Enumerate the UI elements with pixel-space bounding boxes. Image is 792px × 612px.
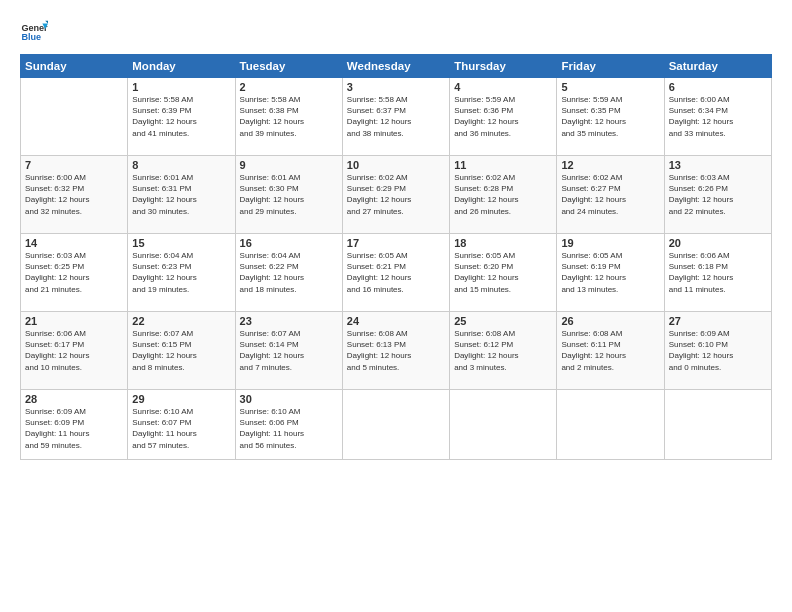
calendar-cell [21,78,128,156]
calendar-cell: 3Sunrise: 5:58 AM Sunset: 6:37 PM Daylig… [342,78,449,156]
calendar-cell [342,390,449,460]
calendar-cell: 25Sunrise: 6:08 AM Sunset: 6:12 PM Dayli… [450,312,557,390]
day-info: Sunrise: 5:58 AM Sunset: 6:38 PM Dayligh… [240,94,338,139]
svg-text:Blue: Blue [21,32,41,42]
day-number: 3 [347,81,445,93]
day-info: Sunrise: 5:59 AM Sunset: 6:36 PM Dayligh… [454,94,552,139]
day-info: Sunrise: 6:08 AM Sunset: 6:11 PM Dayligh… [561,328,659,373]
day-info: Sunrise: 6:10 AM Sunset: 6:07 PM Dayligh… [132,406,230,451]
calendar-cell: 15Sunrise: 6:04 AM Sunset: 6:23 PM Dayli… [128,234,235,312]
day-info: Sunrise: 6:05 AM Sunset: 6:21 PM Dayligh… [347,250,445,295]
calendar-cell [664,390,771,460]
calendar-cell: 16Sunrise: 6:04 AM Sunset: 6:22 PM Dayli… [235,234,342,312]
day-info: Sunrise: 6:03 AM Sunset: 6:25 PM Dayligh… [25,250,123,295]
col-header-monday: Monday [128,55,235,78]
calendar-cell: 5Sunrise: 5:59 AM Sunset: 6:35 PM Daylig… [557,78,664,156]
day-info: Sunrise: 6:01 AM Sunset: 6:30 PM Dayligh… [240,172,338,217]
day-number: 23 [240,315,338,327]
calendar-cell: 26Sunrise: 6:08 AM Sunset: 6:11 PM Dayli… [557,312,664,390]
calendar-cell: 19Sunrise: 6:05 AM Sunset: 6:19 PM Dayli… [557,234,664,312]
day-info: Sunrise: 6:06 AM Sunset: 6:18 PM Dayligh… [669,250,767,295]
day-number: 16 [240,237,338,249]
day-number: 19 [561,237,659,249]
day-number: 6 [669,81,767,93]
day-info: Sunrise: 6:10 AM Sunset: 6:06 PM Dayligh… [240,406,338,451]
day-info: Sunrise: 5:58 AM Sunset: 6:37 PM Dayligh… [347,94,445,139]
calendar-cell: 13Sunrise: 6:03 AM Sunset: 6:26 PM Dayli… [664,156,771,234]
day-info: Sunrise: 6:05 AM Sunset: 6:20 PM Dayligh… [454,250,552,295]
calendar-cell: 2Sunrise: 5:58 AM Sunset: 6:38 PM Daylig… [235,78,342,156]
col-header-tuesday: Tuesday [235,55,342,78]
day-number: 15 [132,237,230,249]
day-info: Sunrise: 6:04 AM Sunset: 6:22 PM Dayligh… [240,250,338,295]
calendar-cell: 20Sunrise: 6:06 AM Sunset: 6:18 PM Dayli… [664,234,771,312]
calendar-cell: 12Sunrise: 6:02 AM Sunset: 6:27 PM Dayli… [557,156,664,234]
day-number: 11 [454,159,552,171]
day-number: 30 [240,393,338,405]
day-number: 14 [25,237,123,249]
calendar-cell: 1Sunrise: 5:58 AM Sunset: 6:39 PM Daylig… [128,78,235,156]
day-info: Sunrise: 6:04 AM Sunset: 6:23 PM Dayligh… [132,250,230,295]
day-number: 12 [561,159,659,171]
day-info: Sunrise: 6:09 AM Sunset: 6:09 PM Dayligh… [25,406,123,451]
calendar-cell: 17Sunrise: 6:05 AM Sunset: 6:21 PM Dayli… [342,234,449,312]
day-number: 25 [454,315,552,327]
day-number: 27 [669,315,767,327]
logo: General Blue [20,18,50,46]
day-info: Sunrise: 6:08 AM Sunset: 6:12 PM Dayligh… [454,328,552,373]
calendar-cell: 11Sunrise: 6:02 AM Sunset: 6:28 PM Dayli… [450,156,557,234]
calendar-cell: 18Sunrise: 6:05 AM Sunset: 6:20 PM Dayli… [450,234,557,312]
day-number: 29 [132,393,230,405]
calendar-cell: 6Sunrise: 6:00 AM Sunset: 6:34 PM Daylig… [664,78,771,156]
day-number: 8 [132,159,230,171]
day-number: 10 [347,159,445,171]
day-info: Sunrise: 6:05 AM Sunset: 6:19 PM Dayligh… [561,250,659,295]
calendar-cell: 29Sunrise: 6:10 AM Sunset: 6:07 PM Dayli… [128,390,235,460]
calendar-cell: 4Sunrise: 5:59 AM Sunset: 6:36 PM Daylig… [450,78,557,156]
day-number: 21 [25,315,123,327]
day-number: 26 [561,315,659,327]
calendar-cell [450,390,557,460]
calendar-cell: 14Sunrise: 6:03 AM Sunset: 6:25 PM Dayli… [21,234,128,312]
col-header-friday: Friday [557,55,664,78]
day-number: 20 [669,237,767,249]
day-number: 7 [25,159,123,171]
calendar-cell: 30Sunrise: 6:10 AM Sunset: 6:06 PM Dayli… [235,390,342,460]
day-info: Sunrise: 6:01 AM Sunset: 6:31 PM Dayligh… [132,172,230,217]
day-number: 5 [561,81,659,93]
day-number: 4 [454,81,552,93]
calendar-cell: 28Sunrise: 6:09 AM Sunset: 6:09 PM Dayli… [21,390,128,460]
calendar-cell: 8Sunrise: 6:01 AM Sunset: 6:31 PM Daylig… [128,156,235,234]
day-info: Sunrise: 6:07 AM Sunset: 6:15 PM Dayligh… [132,328,230,373]
day-info: Sunrise: 6:06 AM Sunset: 6:17 PM Dayligh… [25,328,123,373]
day-info: Sunrise: 6:08 AM Sunset: 6:13 PM Dayligh… [347,328,445,373]
calendar-cell: 21Sunrise: 6:06 AM Sunset: 6:17 PM Dayli… [21,312,128,390]
day-info: Sunrise: 6:02 AM Sunset: 6:28 PM Dayligh… [454,172,552,217]
day-info: Sunrise: 6:02 AM Sunset: 6:27 PM Dayligh… [561,172,659,217]
day-number: 22 [132,315,230,327]
calendar-cell: 9Sunrise: 6:01 AM Sunset: 6:30 PM Daylig… [235,156,342,234]
day-info: Sunrise: 6:07 AM Sunset: 6:14 PM Dayligh… [240,328,338,373]
day-info: Sunrise: 6:00 AM Sunset: 6:34 PM Dayligh… [669,94,767,139]
col-header-saturday: Saturday [664,55,771,78]
calendar-cell: 10Sunrise: 6:02 AM Sunset: 6:29 PM Dayli… [342,156,449,234]
day-number: 18 [454,237,552,249]
calendar-cell [557,390,664,460]
col-header-sunday: Sunday [21,55,128,78]
day-info: Sunrise: 5:58 AM Sunset: 6:39 PM Dayligh… [132,94,230,139]
day-info: Sunrise: 5:59 AM Sunset: 6:35 PM Dayligh… [561,94,659,139]
day-info: Sunrise: 6:09 AM Sunset: 6:10 PM Dayligh… [669,328,767,373]
calendar-cell: 27Sunrise: 6:09 AM Sunset: 6:10 PM Dayli… [664,312,771,390]
day-number: 17 [347,237,445,249]
day-info: Sunrise: 6:02 AM Sunset: 6:29 PM Dayligh… [347,172,445,217]
calendar-cell: 22Sunrise: 6:07 AM Sunset: 6:15 PM Dayli… [128,312,235,390]
day-info: Sunrise: 6:00 AM Sunset: 6:32 PM Dayligh… [25,172,123,217]
day-info: Sunrise: 6:03 AM Sunset: 6:26 PM Dayligh… [669,172,767,217]
calendar-cell: 23Sunrise: 6:07 AM Sunset: 6:14 PM Dayli… [235,312,342,390]
day-number: 24 [347,315,445,327]
day-number: 9 [240,159,338,171]
calendar-cell: 24Sunrise: 6:08 AM Sunset: 6:13 PM Dayli… [342,312,449,390]
day-number: 1 [132,81,230,93]
col-header-thursday: Thursday [450,55,557,78]
calendar-cell: 7Sunrise: 6:00 AM Sunset: 6:32 PM Daylig… [21,156,128,234]
